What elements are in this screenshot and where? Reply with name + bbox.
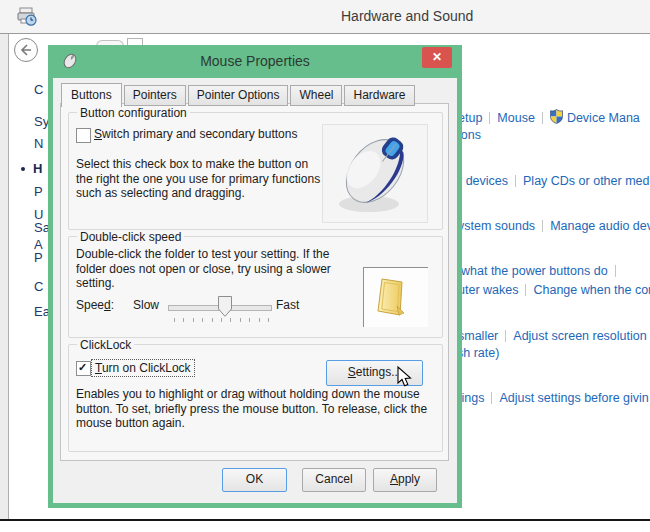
group-legend: Double-click speed: [77, 230, 184, 244]
link-media-devices[interactable]: r devices: [458, 174, 508, 188]
folder-icon[interactable]: [375, 276, 409, 322]
apply-button[interactable]: Apply: [373, 468, 437, 492]
tab-buttons[interactable]: Buttons: [61, 83, 122, 107]
link-power-buttons[interactable]: what the power buttons do: [461, 264, 608, 278]
back-button[interactable]: [14, 38, 38, 62]
link-divider: [615, 265, 616, 277]
uac-shield-icon: [550, 109, 563, 127]
link-screen-resolution[interactable]: Adjust screen resolution: [513, 329, 646, 343]
link-system-sounds[interactable]: ystem sounds: [458, 219, 535, 233]
ok-button[interactable]: OK: [222, 468, 287, 492]
fast-label: Fast: [276, 298, 299, 312]
sidebar-item-clock-language[interactable]: C: [34, 279, 43, 294]
sidebar-item-control-panel-home[interactable]: C: [34, 82, 43, 97]
tab-pointers[interactable]: Pointers: [124, 85, 186, 106]
dialog-body: Button configuration Switch primary and …: [53, 78, 457, 503]
switch-buttons-label[interactable]: Switch primary and secondary buttons: [94, 127, 297, 141]
screenshot-root: { "window": { "title": "Hardware and Sou…: [0, 0, 650, 532]
link-presentation-settings[interactable]: Adjust settings before givin: [499, 391, 648, 405]
button-config-description: Select this check box to make the button…: [76, 157, 326, 201]
link-divider: [491, 392, 492, 404]
checkmark-icon: ✓: [78, 361, 87, 374]
window-title: Hardware and Sound: [341, 8, 473, 24]
link-device-manager[interactable]: Device Mana: [567, 111, 640, 125]
link-manage-audio[interactable]: Manage audio dev: [550, 219, 650, 233]
buttons-tab-page: Button configuration Switch primary and …: [60, 103, 449, 461]
window-bottom-border: [0, 519, 650, 521]
link-computer-sleeps[interactable]: Change when the com: [533, 283, 650, 297]
tab-pointer-options[interactable]: Pointer Options: [188, 85, 289, 106]
sidebar-item-hardware-sound[interactable]: H: [33, 161, 42, 176]
group-double-click-speed: Double-click speed Double-click the fold…: [68, 236, 443, 338]
window-left-frame: [0, 34, 9, 520]
group-button-configuration: Button configuration Switch primary and …: [68, 112, 443, 230]
link-text-smaller[interactable]: smaller: [458, 329, 498, 343]
sidebar-item-programs[interactable]: P: [34, 184, 43, 199]
link-divider: [515, 175, 516, 187]
double-click-test-area[interactable]: [363, 267, 428, 327]
group-clicklock: ClickLock ✓ Turn on ClickLock Settings..…: [68, 344, 443, 452]
clicklock-checkbox[interactable]: ✓: [76, 361, 91, 376]
current-item-bullet: [21, 167, 25, 171]
dialog-tab-strip: Buttons Pointers Pointer Options Wheel H…: [61, 83, 417, 106]
speed-slider-thumb[interactable]: [218, 296, 232, 321]
dialog-title: Mouse Properties: [48, 45, 462, 78]
mouse-image: [322, 124, 428, 223]
link-row-devices-printers: etupMouse Device Mana: [458, 109, 640, 127]
hardware-and-sound-icon: [16, 6, 38, 32]
switch-buttons-checkbox[interactable]: [76, 128, 91, 143]
link-play-cds[interactable]: Play CDs or other medi: [523, 174, 650, 188]
cursor-arrow-icon: [394, 366, 413, 392]
link-row-refresh-rate: sh rate): [457, 346, 499, 360]
link-divider: [489, 112, 490, 124]
link-mouse[interactable]: Mouse: [497, 111, 535, 125]
mouse-properties-dialog: Mouse Properties ✕ Button configuration …: [48, 45, 462, 508]
tab-wheel[interactable]: Wheel: [290, 85, 342, 106]
link-computer-wakes[interactable]: uter wakes: [458, 283, 518, 297]
link-divider: [525, 284, 526, 296]
link-row-presentation: tingsAdjust settings before givin: [458, 391, 649, 405]
link-row-power-buttons: what the power buttons do: [461, 264, 623, 278]
link-divider: [542, 220, 543, 232]
link-row-autoplay: r devicesPlay CDs or other medi: [458, 174, 650, 188]
dialog-titlebar[interactable]: Mouse Properties ✕: [48, 45, 462, 78]
link-row-power-sleep: uter wakesChange when the com: [458, 283, 650, 297]
sidebar-item-network-internet[interactable]: N: [34, 136, 43, 151]
tab-hardware[interactable]: Hardware: [344, 85, 414, 106]
group-legend: Button configuration: [77, 106, 190, 120]
double-click-description: Double-click the folder to test your set…: [76, 247, 354, 291]
clicklock-label[interactable]: Turn on ClickLock: [91, 359, 195, 377]
sidebar-item-system-security[interactable]: Sy: [34, 114, 49, 129]
link-row-display: smallerAdjust screen resolution: [458, 329, 647, 343]
close-icon: ✕: [432, 50, 442, 64]
group-legend: ClickLock: [77, 338, 134, 352]
link-divider: [542, 112, 543, 124]
link-divider: [505, 330, 506, 342]
slow-label: Slow: [133, 298, 159, 312]
link-row-sound: ystem soundsManage audio dev: [458, 219, 650, 233]
cancel-button[interactable]: Cancel: [302, 468, 366, 492]
speed-label: Speed:: [76, 298, 114, 312]
window-titlebar: Hardware and Sound: [0, 0, 650, 34]
sidebar-item-appearance-2[interactable]: P: [34, 250, 43, 265]
back-icon: [15, 39, 37, 61]
link-refresh-rate[interactable]: sh rate): [457, 346, 499, 360]
close-button[interactable]: ✕: [422, 47, 452, 68]
clicklock-description: Enables you to highlight or drag without…: [76, 387, 438, 431]
